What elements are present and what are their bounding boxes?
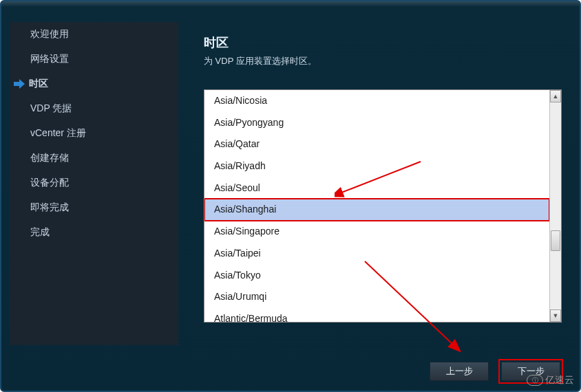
wizard-sidebar: 欢迎使用 网络设置 时区 VDP 凭据 vCenter 注册 创建存储 设备分配: [10, 22, 178, 345]
sidebar-item-ready[interactable]: 即将完成: [10, 195, 178, 220]
sidebar-item-vcenter[interactable]: vCenter 注册: [10, 121, 178, 146]
list-item[interactable]: Asia/Qatar: [204, 133, 549, 155]
sidebar-item-label: 完成: [30, 226, 50, 239]
active-step-arrow-icon: [14, 79, 25, 89]
watermark: ⓘ 亿速云: [527, 374, 574, 386]
main-panel: 时区 为 VDP 应用装置选择时区。 Asia/Nicosia Asia/Pyo…: [187, 22, 570, 381]
list-item[interactable]: Asia/Singapore: [204, 221, 549, 243]
scrollbar[interactable]: ▲ ▼: [549, 90, 561, 322]
sidebar-item-label: 时区: [29, 78, 48, 90]
timezone-list[interactable]: Asia/Nicosia Asia/Pyongyang Asia/Qatar A…: [204, 90, 549, 322]
sidebar-item-welcome[interactable]: 欢迎使用: [10, 22, 178, 47]
sidebar-item-network[interactable]: 网络设置: [10, 47, 178, 72]
sidebar-item-label: 即将完成: [30, 202, 69, 214]
list-item[interactable]: Asia/Seoul: [204, 177, 549, 199]
sidebar-item-label: 欢迎使用: [30, 28, 69, 41]
watermark-text: 亿速云: [545, 374, 574, 386]
sidebar-item-label: 设备分配: [30, 177, 69, 189]
list-item[interactable]: Atlantic/Bermuda: [204, 308, 549, 322]
sidebar-item-timezone[interactable]: 时区: [10, 72, 178, 96]
list-item[interactable]: Asia/Tokyo: [204, 265, 549, 287]
list-item-selected[interactable]: Asia/Shanghai: [204, 199, 549, 221]
list-item[interactable]: Asia/Nicosia: [204, 90, 549, 112]
scroll-down-button[interactable]: ▼: [550, 309, 561, 322]
watermark-icon: ⓘ: [527, 375, 543, 386]
sidebar-item-complete[interactable]: 完成: [10, 220, 178, 245]
sidebar-item-storage[interactable]: 创建存储: [10, 146, 178, 171]
sidebar-item-label: 网络设置: [30, 53, 69, 65]
page-subtitle: 为 VDP 应用装置选择时区。: [187, 55, 570, 80]
sidebar-item-device[interactable]: 设备分配: [10, 171, 178, 195]
scroll-up-button[interactable]: ▲: [550, 90, 561, 102]
sidebar-item-credentials[interactable]: VDP 凭据: [10, 96, 178, 121]
list-item[interactable]: Asia/Pyongyang: [204, 112, 549, 134]
timezone-listbox: Asia/Nicosia Asia/Pyongyang Asia/Qatar A…: [204, 89, 562, 323]
sidebar-item-label: VDP 凭据: [30, 102, 72, 115]
list-item[interactable]: Asia/Taipei: [204, 243, 549, 265]
list-item[interactable]: Asia/Urumqi: [204, 286, 549, 308]
wizard-window: 欢迎使用 网络设置 时区 VDP 凭据 vCenter 注册 创建存储 设备分配: [0, 0, 581, 392]
scroll-track[interactable]: [550, 102, 561, 309]
scroll-thumb[interactable]: [551, 230, 560, 251]
prev-button[interactable]: 上一步: [430, 362, 489, 381]
sidebar-item-label: vCenter 注册: [30, 127, 86, 140]
sidebar-item-label: 创建存储: [30, 152, 69, 164]
list-item[interactable]: Asia/Riyadh: [204, 155, 549, 177]
page-title: 时区: [187, 22, 570, 55]
